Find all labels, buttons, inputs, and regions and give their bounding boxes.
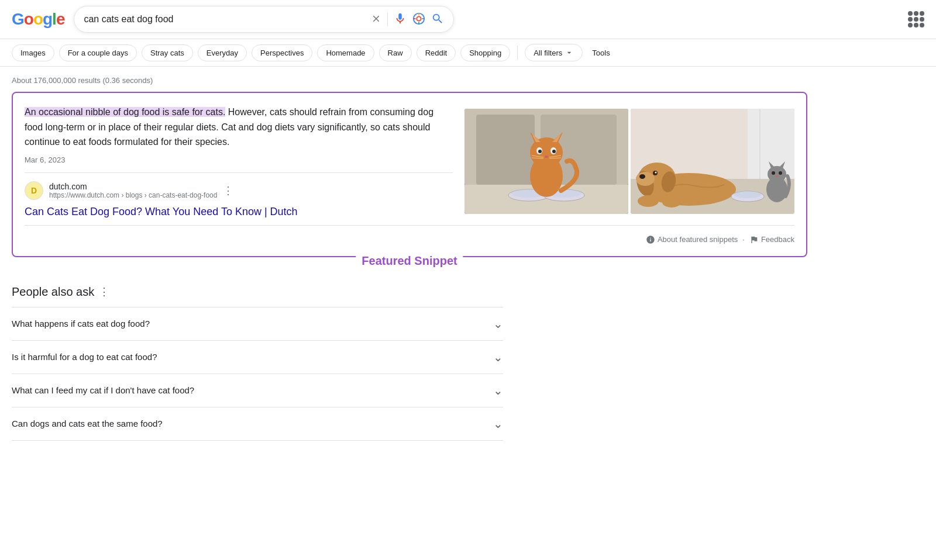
paa-item-3[interactable]: What can I feed my cat if I don't have c… (12, 374, 503, 407)
paa-question-3: What can I feed my cat if I don't have c… (12, 385, 194, 395)
snippet-text-area: An occasional nibble of dog food is safe… (25, 105, 453, 218)
source-url: https://www.dutch.com › blogs › can-cats… (49, 191, 217, 199)
flag-icon (749, 235, 759, 244)
results-count: About 176,000,000 results (0.36 seconds) (12, 76, 807, 85)
snippet-result-link[interactable]: Can Cats Eat Dog Food? What You Need To … (25, 206, 453, 218)
source-menu-icon[interactable]: ⋮ (223, 184, 233, 197)
featured-snippet-label: Featured Snippet (356, 254, 463, 268)
snippet-footer: About featured snippets · Feedback (25, 230, 794, 244)
apps-grid-icon[interactable] (908, 11, 924, 27)
chevron-down-icon (565, 48, 574, 57)
snippet-main-text: An occasional nibble of dog food is safe… (25, 105, 453, 150)
svg-rect-5 (476, 115, 535, 185)
dog-cat-image-svg (631, 109, 794, 214)
google-logo[interactable]: Google (12, 10, 64, 29)
google-lens-icon[interactable] (412, 12, 425, 27)
filter-chip-perspectives[interactable]: Perspectives (252, 44, 312, 61)
paa-chevron-3: ⌄ (493, 383, 503, 397)
source-name: dutch.com (49, 182, 217, 191)
paa-chevron-4: ⌄ (493, 417, 503, 431)
snippet-source: D dutch.com https://www.dutch.com › blog… (25, 181, 453, 200)
about-featured-snippets-button[interactable]: About featured snippets (646, 235, 738, 244)
svg-point-20 (538, 150, 542, 153)
snippet-content: An occasional nibble of dog food is safe… (25, 105, 794, 218)
filter-chip-everyday[interactable]: Everyday (198, 44, 247, 61)
filter-chip-images[interactable]: Images (12, 44, 54, 61)
svg-point-44 (768, 166, 786, 182)
paa-question-1: What happens if cats eat dog food? (12, 319, 150, 329)
snippet-date: Mar 6, 2023 (25, 155, 453, 164)
snippet-divider (25, 172, 453, 173)
svg-point-48 (779, 171, 782, 175)
grid-dot (920, 17, 924, 22)
cat-image-svg (464, 109, 628, 214)
paa-item-4[interactable]: Can dogs and cats eat the same food? ⌄ (12, 407, 503, 441)
main-content: About 176,000,000 results (0.36 seconds)… (0, 67, 819, 450)
logo-o2: o (33, 10, 43, 29)
filters-bar: Images For a couple days Stray cats Ever… (0, 39, 936, 67)
svg-point-36 (639, 174, 645, 179)
grid-dot (920, 23, 924, 27)
grid-dot (914, 17, 918, 22)
filter-divider (517, 46, 518, 60)
snippet-footer-divider (25, 225, 794, 226)
voice-search-icon[interactable] (394, 12, 407, 27)
logo-l: l (52, 10, 56, 29)
tools-button[interactable]: Tools (587, 45, 614, 61)
snippet-highlighted-text: An occasional nibble of dog food is safe… (25, 107, 225, 117)
clear-icon[interactable] (371, 13, 381, 26)
search-submit-icon[interactable] (431, 12, 444, 27)
source-favicon: D (25, 181, 43, 200)
search-bar-container: can cats eat dog food (74, 6, 454, 33)
info-icon (646, 235, 655, 244)
about-snippets-label: About featured snippets (658, 235, 738, 244)
logo-g: G (12, 10, 24, 29)
all-filters-label: All filters (534, 49, 562, 57)
filter-chip-stray-cats[interactable]: Stray cats (142, 44, 193, 61)
search-input[interactable]: can cats eat dog food (84, 14, 365, 25)
svg-point-47 (772, 171, 775, 175)
paa-item-1[interactable]: What happens if cats eat dog food? ⌄ (12, 307, 503, 340)
paa-item-2[interactable]: Is it harmful for a dog to eat cat food?… (12, 340, 503, 374)
paa-menu-icon[interactable]: ⋮ (99, 285, 109, 298)
filter-chip-raw[interactable]: Raw (379, 44, 412, 61)
header: Google can cats eat dog food (0, 0, 936, 39)
all-filters-button[interactable]: All filters (525, 44, 583, 61)
svg-point-42 (734, 191, 761, 198)
paa-section: People also ask ⋮ What happens if cats e… (12, 285, 503, 441)
logo-o1: o (24, 10, 33, 29)
feedback-button[interactable]: Feedback (749, 235, 794, 244)
svg-point-40 (662, 197, 681, 208)
grid-dot (914, 23, 918, 27)
feedback-label: Feedback (761, 235, 794, 244)
grid-dot (914, 11, 918, 16)
header-right (908, 11, 924, 27)
source-info: dutch.com https://www.dutch.com › blogs … (49, 182, 217, 199)
featured-snippet-wrapper: An occasional nibble of dog food is safe… (12, 92, 807, 257)
logo-e: e (56, 10, 65, 29)
paa-question-4: Can dogs and cats eat the same food? (12, 419, 163, 428)
svg-point-39 (638, 195, 659, 207)
filter-chip-homemade[interactable]: Homemade (317, 44, 374, 61)
svg-point-21 (552, 150, 556, 153)
filter-chip-reddit[interactable]: Reddit (417, 44, 456, 61)
grid-dot (908, 23, 913, 27)
paa-title: People also ask (12, 285, 94, 299)
paa-question-2: Is it harmful for a dog to eat cat food? (12, 352, 157, 362)
filter-chip-couple-days[interactable]: For a couple days (59, 44, 137, 61)
grid-dot (920, 11, 924, 16)
grid-dot (908, 11, 913, 16)
paa-chevron-2: ⌄ (493, 350, 503, 364)
svg-point-35 (636, 172, 655, 186)
cat-image (464, 109, 628, 214)
search-bar: can cats eat dog food (74, 6, 454, 33)
filter-chip-shopping[interactable]: Shopping (460, 44, 510, 61)
logo-g2: g (43, 10, 52, 29)
divider (387, 12, 388, 26)
paa-chevron-1: ⌄ (493, 317, 503, 331)
svg-point-22 (545, 155, 548, 158)
snippet-images (464, 105, 794, 218)
dot-separator: · (742, 235, 745, 244)
svg-point-1 (417, 16, 421, 20)
svg-point-49 (776, 175, 778, 177)
